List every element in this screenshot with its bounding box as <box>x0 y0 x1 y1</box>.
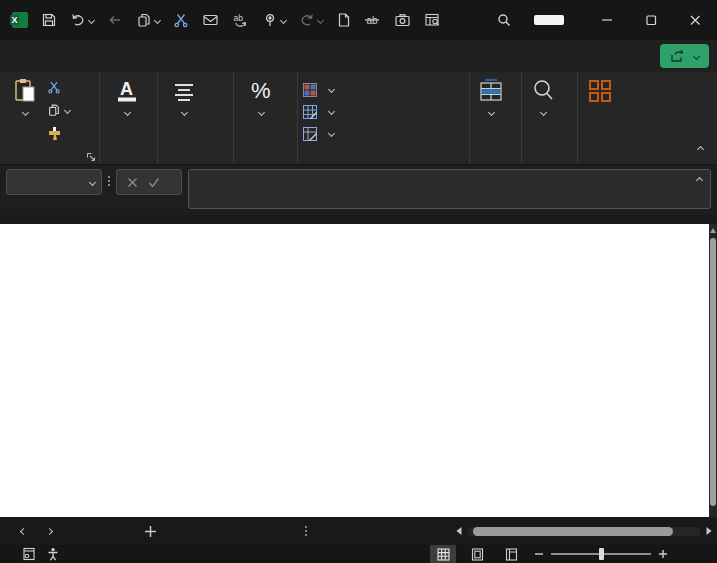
copy-button[interactable] <box>136 12 160 28</box>
record-macro-icon[interactable] <box>22 547 36 561</box>
vertical-scroll-thumb[interactable] <box>710 238 716 506</box>
redo-button <box>299 12 323 28</box>
addins-button[interactable] <box>583 76 617 109</box>
number-chevron-icon <box>257 109 264 116</box>
svg-text:%: % <box>251 78 271 103</box>
normal-view-button[interactable] <box>430 545 456 563</box>
styles-group <box>298 72 470 164</box>
undo-button[interactable] <box>70 12 94 28</box>
editing-menu-button[interactable] <box>527 76 559 117</box>
cells-menu-button[interactable] <box>475 76 507 117</box>
formula-bar-collapse-icon[interactable] <box>696 177 703 184</box>
font-icon: A <box>113 78 141 104</box>
sheet-options-button[interactable] <box>305 526 307 536</box>
cells-icon <box>479 78 503 104</box>
conditional-formatting-button[interactable] <box>303 80 334 99</box>
sheet-tab-bar <box>0 517 717 545</box>
share-chevron-icon <box>693 52 700 59</box>
back-arrow-icon <box>107 12 123 28</box>
window-controls <box>585 0 717 40</box>
alignment-group <box>158 72 234 164</box>
cells-chevron-icon <box>487 109 494 116</box>
editing-group <box>522 72 578 164</box>
next-sheet-button[interactable] <box>36 529 62 534</box>
sign-in-button[interactable] <box>534 15 564 25</box>
formula-buttons <box>116 169 182 195</box>
format-as-table-button[interactable] <box>303 102 334 121</box>
touch-mode-button[interactable] <box>262 12 286 28</box>
name-box[interactable] <box>6 169 102 195</box>
clipboard-dialog-launcher-icon[interactable] <box>86 152 96 162</box>
ribbon-collapse-button[interactable] <box>684 130 717 164</box>
excel-logo-icon: X <box>10 11 28 29</box>
number-group: % <box>234 72 298 164</box>
find-replace-icon[interactable]: ab <box>232 12 249 28</box>
page-break-preview-button[interactable] <box>498 545 524 563</box>
page-layout-view-button[interactable] <box>464 545 490 563</box>
zoom-slider-thumb[interactable] <box>599 548 604 560</box>
search-icon[interactable] <box>496 12 512 28</box>
format-painter-button[interactable] <box>47 124 70 142</box>
svg-text:ab: ab <box>234 13 244 23</box>
format-as-table-icon <box>303 105 317 119</box>
status-bar <box>0 545 717 563</box>
zoom-control <box>534 549 709 559</box>
share-icon <box>670 49 684 63</box>
maximize-button[interactable] <box>629 0 673 40</box>
new-file-icon[interactable] <box>336 12 351 28</box>
plus-icon <box>144 525 157 538</box>
save-icon[interactable] <box>41 12 57 28</box>
vertical-scrollbar[interactable] <box>709 224 717 517</box>
accessibility-icon[interactable] <box>46 547 60 561</box>
camera-icon[interactable] <box>394 12 411 28</box>
view-shortcuts <box>430 545 524 563</box>
paste-icon <box>13 78 37 104</box>
grid <box>0 224 709 517</box>
ribbon-tab-row <box>0 40 717 72</box>
strikethrough-icon[interactable]: ab <box>364 12 381 28</box>
conditional-formatting-chevron-icon <box>328 86 335 93</box>
formula-input[interactable] <box>188 169 711 209</box>
cell-styles-chevron-icon <box>328 130 335 137</box>
email-link-icon[interactable] <box>202 12 219 28</box>
share-button[interactable] <box>660 44 709 68</box>
horizontal-scroll-thumb[interactable] <box>473 527 673 536</box>
zoom-slider[interactable] <box>551 553 651 555</box>
alignment-icon <box>171 78 197 104</box>
scroll-left-arrow-icon[interactable] <box>455 526 463 536</box>
minimize-button[interactable] <box>585 0 629 40</box>
previous-sheet-button[interactable] <box>10 529 36 534</box>
font-menu-button[interactable]: A <box>105 76 149 117</box>
new-sheet-button[interactable] <box>144 525 157 538</box>
zoom-out-button[interactable] <box>534 549 544 559</box>
title-bar: X ab ab <box>0 0 717 40</box>
enter-icon[interactable] <box>148 177 160 188</box>
svg-text:A: A <box>120 79 133 99</box>
name-box-chevron-icon <box>89 178 96 185</box>
copy-button-ribbon[interactable] <box>47 101 70 119</box>
cancel-icon[interactable] <box>127 177 138 188</box>
horizontal-scrollbar[interactable] <box>455 526 713 536</box>
scroll-up-arrow-icon[interactable] <box>710 228 716 233</box>
zoom-in-button[interactable] <box>658 549 668 559</box>
ribbon: A % <box>0 72 717 165</box>
cells-group <box>470 72 522 164</box>
svg-text:X: X <box>12 15 18 25</box>
cell-styles-icon <box>303 127 317 141</box>
paste-button[interactable] <box>5 76 45 117</box>
editing-icon <box>531 78 555 104</box>
close-button[interactable] <box>673 0 717 40</box>
alignment-chevron-icon <box>180 109 187 116</box>
cut-icon[interactable] <box>173 12 189 28</box>
addins-icon <box>587 78 613 104</box>
cell-styles-button[interactable] <box>303 124 334 143</box>
number-menu-button[interactable]: % <box>239 76 283 117</box>
cut-button[interactable] <box>47 78 70 96</box>
screenshot-preview-icon[interactable] <box>424 12 441 28</box>
format-as-table-chevron-icon <box>328 108 335 115</box>
horizontal-scroll-track[interactable] <box>467 527 701 536</box>
font-group: A <box>100 72 158 164</box>
formula-grid-divider <box>0 215 717 224</box>
alignment-menu-button[interactable] <box>163 76 205 117</box>
scroll-right-arrow-icon[interactable] <box>705 526 713 536</box>
